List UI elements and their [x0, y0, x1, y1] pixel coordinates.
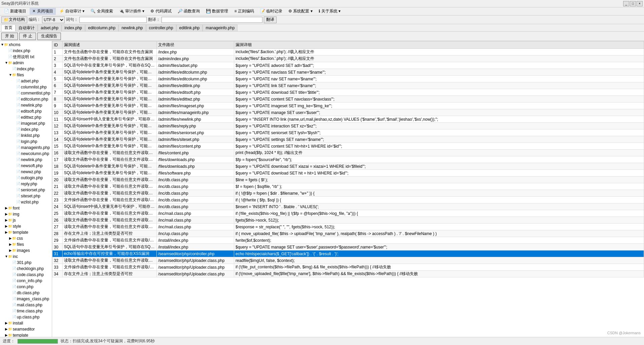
tree-item-reply[interactable]: 📄 reply.php	[12, 181, 52, 187]
table-row[interactable]: 24 SQL语句insert中插入变量无单引号保护，可能存在SQL注入漏洞 /i…	[52, 203, 644, 210]
menu-audit-plugin[interactable]: 🔌 审计插件 ▾	[116, 8, 147, 15]
table-row[interactable]: 11 SQL语句insert中插入变量无单引号保护，可能存在SQL注入漏洞 /a…	[52, 116, 644, 123]
tree-item-outlogin[interactable]: 📄 outlogin.php	[12, 175, 52, 181]
expand-icon[interactable]: ▼	[5, 60, 8, 66]
table-row[interactable]: 7 SQL语句delete中条件变量无单引号保护，可能存在SQL注入漏洞 /ad…	[52, 89, 644, 96]
start-button[interactable]: 开 始	[1, 33, 18, 40]
tree-item-up-class[interactable]: 📄 up.class.php	[8, 314, 52, 320]
tree-item-columnlist[interactable]: 📄 columnlist.php	[12, 84, 52, 90]
tree-folder-js[interactable]: ▶ 📁 js	[4, 217, 52, 223]
translate-button[interactable]: 翻译	[264, 16, 277, 23]
translate-input[interactable]	[162, 17, 262, 23]
tree-item-newsoft[interactable]: 📄 newsoft.php	[12, 163, 52, 169]
tree-item-seniorset[interactable]: 📄 seniorset.php	[12, 187, 52, 193]
tree-item-editsoft[interactable]: 📄 editsoft.php	[12, 108, 52, 114]
table-row[interactable]: 9 SQL语句delete中条件变量无单引号保护，可能存在SQL注入漏洞 /ad…	[52, 103, 644, 109]
tree-item-301[interactable]: 📄 301.php	[8, 260, 52, 266]
tree-item-edittwz[interactable]: 📄 edittwz.php	[12, 114, 52, 120]
tree-item-manageinfo[interactable]: 📄 manageinfo.php	[12, 145, 52, 151]
tree-folder-template2[interactable]: ▶ 📁 template	[4, 332, 52, 337]
table-row[interactable]: 20 读取文件函数中存在变量，可能在任意文件读取漏洞 /inc/db.class…	[52, 177, 644, 183]
table-row[interactable]: 15 SQL语句delete中条件变量无单引号保护，可能存在SQL注入漏洞 /a…	[52, 143, 644, 150]
table-row[interactable]: 28 存在文件上传；注意上传类型是否可控 /inc/up.class.php i…	[52, 230, 644, 237]
tree-item-commentlist[interactable]: 📄 commentlist.php	[12, 90, 52, 96]
tab-manageinfo[interactable]: manageinfo.php	[203, 25, 238, 31]
tree-item-newlink2[interactable]: 📄 newlink.php	[12, 157, 52, 163]
tree-folder-inc[interactable]: ▼ 📁 inc	[4, 254, 52, 260]
table-row[interactable]: 10 SQL语句delete中条件变量无单引号保护，可能存在SQL注入漏洞 /a…	[52, 109, 644, 116]
table-row[interactable]: 14 SQL语句delete中条件变量无单引号保护，可能存在SQL注入漏洞 /a…	[52, 136, 644, 143]
expand-icon[interactable]: ▼	[9, 72, 12, 78]
tab-editlink[interactable]: editlink.php	[176, 25, 203, 31]
tree-folder-admin[interactable]: ▼ 📁 admin	[4, 60, 52, 66]
tree-item-admin-index[interactable]: 📄 index.php	[8, 66, 52, 72]
table-row[interactable]: 2 文件包含函数中存在变量，可能存在文件包含漏洞 /admin/index.ph…	[52, 55, 644, 62]
tree-item-readme[interactable]: 📄 使用说明 txt	[4, 54, 52, 60]
menu-func-query[interactable]: 🔎 函数查询	[175, 8, 203, 15]
tab-controller[interactable]: controller.php	[146, 25, 176, 31]
table-row[interactable]: 1 文件包含函数中存在变量，可能存在文件包含漏洞 /index.php incl…	[52, 49, 644, 55]
tab-auto-audit[interactable]: 自动审计	[15, 25, 38, 31]
expand-icon[interactable]: ▶	[5, 320, 8, 326]
keyword-input[interactable]	[79, 17, 147, 23]
tree-folder-font[interactable]: ▶ 📁 font	[4, 205, 52, 211]
table-row[interactable]: 25 读取文件函数中存在变量，可能在任意文件读取漏洞 /inc/mail.cla…	[52, 210, 644, 217]
tree-item-imageset[interactable]: 📄 imageset.php	[12, 120, 52, 126]
expand-icon[interactable]: ▶	[9, 236, 12, 241]
table-row[interactable]: 32 读取文件函数中存在变量，可能在任意文件读取漏洞 /seamseditor/…	[52, 257, 644, 264]
table-row[interactable]: 26 读取文件函数中存在变量，可能在任意文件读取漏洞 /inc/mail.cla…	[52, 217, 644, 224]
expand-icon[interactable]: ▶	[5, 224, 8, 229]
table-row[interactable]: 30 SQL语句中存在变量无单引号保护，可能存在SQL注入漏洞 /install…	[52, 244, 644, 251]
expand-icon[interactable]: ▶	[5, 205, 8, 211]
tree-item-files-index[interactable]: 📄 index.php	[12, 126, 52, 132]
table-row[interactable]: 34 存在文件上传；注意上传类型是否可控 /seamseditor/php/Up…	[52, 271, 644, 277]
table-row[interactable]: 27 读取文件函数中存在变量，可能在任意文件读取漏洞 /inc/mail.cla…	[52, 224, 644, 230]
tree-item-time-class[interactable]: 📄 time.class.php	[8, 308, 52, 314]
tree-item-linklist[interactable]: 📄 linklist.php	[12, 132, 52, 139]
table-row[interactable]: 33 文件操作函数中存在变量，可能在任意文件读取/删除/修... /seamse…	[52, 264, 644, 271]
menu-about[interactable]: ℹ 关于系统 ▾	[316, 8, 344, 15]
tree-item-conn[interactable]: 📄 conn.php	[8, 284, 52, 290]
tree-item-login[interactable]: 📄 login.php	[12, 139, 52, 145]
tree-folder-install[interactable]: ▶ 📁 install	[4, 320, 52, 326]
expand-icon[interactable]: ▶	[5, 218, 8, 223]
tab-newlink[interactable]: newlink.php	[118, 25, 146, 31]
tab-index[interactable]: index.php	[62, 25, 85, 31]
menu-global-search[interactable]: 🔍 全局搜索	[88, 8, 115, 15]
tree-root[interactable]: ▼ 📁 xhcms	[0, 42, 52, 48]
table-row[interactable]: 4 SQL语句delete中条件变量无单引号保护，可能存在SQL注入漏洞 /ad…	[52, 69, 644, 76]
tree-item-code-class[interactable]: 📄 code.class.php	[8, 272, 52, 278]
tree-item-adset[interactable]: 📄 adset.php	[12, 78, 52, 84]
minimize-btn[interactable]: _	[623, 1, 629, 6]
maximize-btn[interactable]: □	[630, 1, 636, 6]
table-row[interactable]: 13 SQL语句delete中条件变量无单引号保护，可能存在SQL注入漏洞 /a…	[52, 129, 644, 136]
menu-regex[interactable]: ≡ 正则编码	[231, 8, 256, 15]
tree-folder-img[interactable]: ▶ 📁 img	[4, 211, 52, 217]
table-row[interactable]: 8 SQL语句delete中条件变量无单引号保护，可能存在SQL注入漏洞 /ad…	[52, 96, 644, 103]
expand-icon[interactable]: ▶	[9, 248, 12, 253]
tree-folder-css[interactable]: ▶ 📁 css	[8, 235, 52, 241]
table-row[interactable]: 31 echo等输出中存在可控变量，可能存在XSS漏洞 /seamseditor…	[52, 251, 644, 257]
menu-new-project[interactable]: 📄 新建项目	[1, 8, 29, 15]
tree-item-wzlist[interactable]: 📄 wzlist.php	[12, 199, 52, 205]
table-row[interactable]: 29 文件操作函数中存在变量，可能在任意文件读取/删除/修... /instal…	[52, 237, 644, 244]
tree-item-newcolumn[interactable]: 📄 newcolumn.php	[12, 151, 52, 157]
tree-folder-seamseditor[interactable]: ▶ 📁 seamseditor	[4, 326, 52, 332]
expand-icon[interactable]: ▶	[5, 327, 8, 332]
tree-folder-style[interactable]: ▶ 📁 style	[4, 223, 52, 229]
menu-sys-config[interactable]: ⚙ 系统配置 ▾	[286, 8, 315, 15]
menu-close-project[interactable]: ✕ 关闭项目	[30, 8, 56, 15]
close-btn[interactable]: ×	[637, 1, 643, 6]
expand-icon[interactable]: ▶	[5, 212, 8, 217]
menu-code-debug[interactable]: ⚙ 代码调试	[148, 8, 174, 15]
tree-folder-images[interactable]: ▶ 📁 images	[8, 247, 52, 254]
table-row[interactable]: 12 SQL语句delete中条件变量无单引号保护，可能存在SQL注入漏洞 /a…	[52, 123, 644, 129]
report-button[interactable]: 生成报告	[37, 33, 61, 40]
table-row[interactable]: 6 SQL语句delete中条件变量无单引号保护，可能存在SQL注入漏洞 /ad…	[52, 82, 644, 89]
tree-item-conn-info[interactable]: 📄 conn_info.php	[8, 278, 52, 284]
tree-folder-files[interactable]: ▼ 📁 files	[8, 72, 52, 78]
expand-icon[interactable]: ▶	[9, 242, 12, 247]
tree-item-editcolumn[interactable]: 📄 editcolumn.php	[12, 96, 52, 102]
table-row[interactable]: 17 读取文件函数中存在变量，可能在任意文件读取漏洞 /files/downlo…	[52, 156, 644, 163]
tree-item-index-php[interactable]: 📄 index.php	[4, 48, 52, 54]
